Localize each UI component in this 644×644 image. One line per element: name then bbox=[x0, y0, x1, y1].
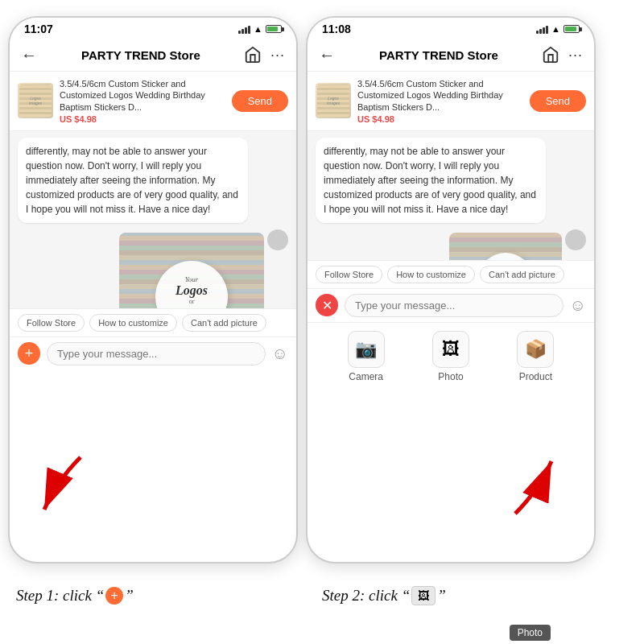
input-row-1: + ☺ bbox=[10, 336, 296, 370]
quick-reply-picture-2[interactable]: Can't add picture bbox=[480, 266, 564, 283]
message-input-2[interactable] bbox=[345, 294, 564, 317]
status-icons-1: ▲ bbox=[238, 24, 282, 34]
store-icon-1[interactable] bbox=[242, 43, 264, 66]
steps-row: Step 1: click “ + ” Step 2: click “ 🖼 ” bbox=[0, 580, 644, 605]
chat-area-1: differently, may not be able to answer y… bbox=[10, 131, 296, 308]
back-button-1[interactable]: ← bbox=[21, 46, 37, 64]
input-row-2: ✕ ☺ bbox=[308, 288, 594, 322]
avatar-2 bbox=[565, 229, 586, 250]
message-input-1[interactable] bbox=[47, 342, 266, 365]
plus-button-1[interactable]: + bbox=[18, 342, 40, 365]
message-bubble-2: differently, may not be able to answer y… bbox=[316, 138, 546, 223]
quick-reply-customize-2[interactable]: How to customize bbox=[387, 266, 475, 283]
store-icon-2[interactable] bbox=[539, 43, 562, 66]
quick-reply-customize-1[interactable]: How to customize bbox=[89, 314, 177, 332]
message-bubble-1: differently, may not be able to answer y… bbox=[18, 138, 248, 223]
wifi-icon-1: ▲ bbox=[254, 24, 262, 34]
signal-icon-2 bbox=[536, 24, 548, 34]
status-bar-1: 11:07 ▲ bbox=[10, 18, 296, 39]
nav-bar-2: ← PARTY TREND Store ··· bbox=[308, 39, 594, 72]
product-card-2: Logosimages 3.5/4.5/6cm Custom Sticker a… bbox=[308, 72, 594, 131]
thumb-text-1: Logosimages bbox=[29, 96, 42, 105]
more-options-2[interactable]: ··· bbox=[568, 47, 583, 64]
battery-icon-1 bbox=[266, 25, 282, 33]
sticker-image-2: Your Logos or images bbox=[449, 233, 562, 260]
sticker-row-1: Your Logos or images bbox=[18, 229, 288, 308]
product-icon[interactable]: 📦 bbox=[517, 331, 554, 368]
product-info-2: 3.5/4.5/6cm Custom Sticker and Customize… bbox=[357, 78, 523, 124]
more-options-1[interactable]: ··· bbox=[270, 47, 285, 64]
step2-text: Step 2: click “ bbox=[322, 587, 410, 605]
camera-option[interactable]: 📷 Camera bbox=[348, 331, 385, 382]
product-info-1: 3.5/4.5/6cm Custom Sticker and Customize… bbox=[60, 78, 225, 124]
quick-replies-2: Follow Store How to customize Can't add … bbox=[308, 260, 594, 288]
nav-bar-1: ← PARTY TREND Store ··· bbox=[10, 39, 296, 72]
photo-tooltip: Photo bbox=[510, 625, 551, 641]
product-info-title-2: 3.5/4.5/6cm Custom Sticker and Customize… bbox=[357, 78, 523, 113]
send-button-2[interactable]: Send bbox=[530, 90, 586, 112]
emoji-button-1[interactable]: ☺ bbox=[272, 345, 288, 363]
nav-title-1: PARTY TREND Store bbox=[47, 48, 235, 62]
emoji-button-2[interactable]: ☺ bbox=[570, 296, 586, 315]
signal-icon-1 bbox=[238, 24, 250, 34]
arrow-1 bbox=[32, 449, 97, 525]
media-panel-2: 📷 Camera 🖼 Photo 📦 Product bbox=[308, 322, 594, 394]
step2: Step 2: click “ 🖼 ” bbox=[322, 586, 628, 605]
close-button-2[interactable]: ✕ bbox=[316, 294, 338, 316]
status-time-1: 11:07 bbox=[24, 23, 53, 35]
send-button-1[interactable]: Send bbox=[232, 90, 288, 112]
photo-option[interactable]: 🖼 Photo bbox=[432, 331, 469, 382]
status-bar-2: 11:08 ▲ bbox=[308, 18, 594, 39]
sticker-image-1: Your Logos or images bbox=[119, 233, 264, 308]
step2-photo-badge: 🖼 bbox=[411, 586, 436, 605]
camera-label: Camera bbox=[349, 371, 383, 382]
arrow-2 bbox=[499, 449, 564, 525]
photo-label: Photo bbox=[438, 371, 463, 382]
quick-replies-1: Follow Store How to customize Can't add … bbox=[10, 308, 296, 336]
battery-icon-2 bbox=[564, 25, 580, 33]
step1-suffix: ” bbox=[125, 587, 134, 605]
back-button-2[interactable]: ← bbox=[319, 46, 335, 64]
sticker-row-2: Your Logos or images bbox=[316, 229, 586, 260]
product-card-1: Logosimages 3.5/4.5/6cm Custom Sticker a… bbox=[10, 72, 296, 131]
chat-area-2: differently, may not be able to answer y… bbox=[308, 131, 594, 260]
step1: Step 1: click “ + ” bbox=[16, 586, 322, 605]
step2-suffix: ” bbox=[437, 587, 446, 605]
camera-icon[interactable]: 📷 bbox=[348, 331, 385, 368]
product-thumb-2: Logosimages bbox=[316, 83, 351, 118]
step1-plus-badge: + bbox=[105, 587, 123, 605]
product-thumb-1: Logosimages bbox=[18, 83, 53, 118]
quick-reply-follow-2[interactable]: Follow Store bbox=[316, 266, 382, 283]
product-info-title-1: 3.5/4.5/6cm Custom Sticker and Customize… bbox=[60, 78, 225, 113]
quick-reply-picture-1[interactable]: Can't add picture bbox=[182, 314, 266, 332]
product-option[interactable]: 📦 Product bbox=[517, 331, 554, 382]
product-info-price-1: US $4.98 bbox=[60, 114, 225, 124]
wifi-icon-2: ▲ bbox=[551, 24, 560, 34]
nav-title-2: PARTY TREND Store bbox=[345, 48, 533, 62]
product-label: Product bbox=[519, 371, 552, 382]
status-icons-2: ▲ bbox=[536, 24, 580, 34]
thumb-text-2: Logosimages bbox=[327, 96, 340, 105]
avatar-1 bbox=[267, 229, 288, 250]
status-time-2: 11:08 bbox=[322, 23, 351, 35]
photo-icon[interactable]: 🖼 bbox=[432, 331, 469, 368]
quick-reply-follow-1[interactable]: Follow Store bbox=[18, 314, 85, 332]
step1-text: Step 1: click “ bbox=[16, 587, 104, 605]
product-info-price-2: US $4.98 bbox=[357, 114, 523, 124]
